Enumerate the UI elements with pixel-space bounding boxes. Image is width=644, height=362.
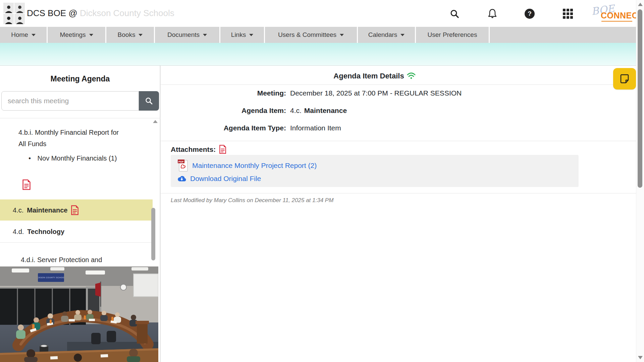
divider — [161, 193, 636, 193]
agenda-item-field-prefix: 4.c. — [290, 107, 302, 114]
agenda-subitem-nov-financials[interactable]: • Nov Monthly Financials (1) — [29, 153, 143, 164]
agenda-item-title: Maintenance — [27, 204, 67, 216]
room-banner-text: DICKSON COUNTY SCHOOLS — [38, 273, 64, 282]
wifi-status-icon — [407, 72, 416, 79]
chevron-down-icon — [139, 34, 143, 36]
attachments-section-label: Attachments: — [171, 145, 226, 154]
download-original-link[interactable]: Download Original File — [190, 175, 261, 183]
notes-button[interactable] — [613, 68, 636, 89]
meeting-toolbar: Next Following Tools — [0, 43, 644, 66]
logo-person-icon — [14, 3, 25, 13]
page-scrollbar[interactable] — [636, 0, 644, 362]
attachment-link[interactable]: Maintenance Monthly Project Report (2) — [192, 162, 317, 170]
page-scrollbar-thumb[interactable] — [638, 9, 642, 188]
nav-item-books[interactable]: Books — [106, 27, 155, 43]
agenda-item-type-label: Agenda Item Type: — [171, 124, 286, 132]
svg-text:PDF: PDF — [178, 160, 184, 163]
top-header: DCS BOE @ Dickson County Schools ? BOE C… — [0, 0, 644, 27]
agenda-item-4c-maintenance-selected[interactable]: 4.c. Maintenance — [0, 199, 153, 221]
chevron-down-icon — [203, 34, 207, 36]
divider — [0, 118, 160, 118]
help-icon[interactable]: ? — [524, 8, 535, 19]
agenda-panel-title: Meeting Agenda — [0, 74, 160, 83]
attachments-panel: PDF Maintenance Monthly Project Report (… — [171, 155, 579, 187]
agenda-item-text: 4.b.i. Monthly Financial Report for All … — [18, 129, 119, 147]
magnifier-icon — [145, 97, 153, 105]
scroll-up-arrow[interactable] — [638, 3, 643, 6]
help-glyph: ? — [528, 10, 532, 17]
agenda-item-4bi[interactable]: 4.b.i. Monthly Financial Report for All … — [18, 127, 122, 149]
nav-item-home[interactable]: Home — [0, 27, 48, 43]
nav-label: Documents — [167, 31, 200, 39]
apps-grid-icon[interactable] — [562, 8, 574, 19]
brand-tagline-bar — [601, 21, 632, 22]
agenda-search — [1, 91, 159, 111]
divider — [161, 84, 636, 85]
nav-label: User Preferences — [428, 31, 477, 39]
nav-label: Calendars — [368, 31, 397, 39]
meeting-field-value: December 18, 2025 at 7:00 PM - REGULAR S… — [290, 89, 462, 97]
chevron-down-icon — [89, 34, 93, 36]
agenda-item-type-field: Agenda Item Type:Information Item — [171, 124, 341, 132]
boe-connect-logo[interactable]: BOE CONNECT — [591, 3, 635, 23]
nav-label: Users & Committees — [278, 31, 336, 39]
search-icon[interactable] — [449, 8, 460, 19]
nav-item-documents[interactable]: Documents — [155, 27, 220, 43]
app-title-text: DCS BOE @ — [27, 8, 77, 18]
attachment-doc-icon[interactable] — [22, 179, 31, 191]
divider — [161, 141, 636, 141]
chevron-down-icon — [400, 34, 405, 36]
meeting-room-illustration — [0, 266, 158, 362]
sidebar-scroll-up-arrow[interactable] — [153, 120, 158, 123]
org-title-text: Dickson County Schools — [80, 8, 174, 18]
meeting-video-thumbnail[interactable]: DICKSON COUNTY SCHOOLS — [0, 266, 158, 362]
download-row: Download Original File — [177, 175, 572, 183]
logo-person-icon — [3, 14, 14, 24]
main-nav-bar: Home Meetings Books Documents Links User… — [0, 27, 644, 43]
nav-label: Meetings — [60, 31, 86, 39]
meeting-field-label: Meeting: — [171, 89, 286, 97]
agenda-item-number: 4.c. — [13, 204, 23, 216]
agenda-item-field: Agenda Item:4.c.Maintenance — [171, 107, 347, 115]
logo-person-icon — [3, 3, 14, 13]
attachments-label-text: Attachments: — [171, 145, 216, 154]
nav-label: Home — [11, 31, 28, 39]
doc-icon — [219, 145, 226, 154]
nav-item-links[interactable]: Links — [220, 27, 265, 43]
cloud-download-icon — [177, 175, 186, 182]
nav-item-user-preferences[interactable]: User Preferences — [416, 27, 490, 43]
meeting-field: Meeting:December 18, 2025 at 7:00 PM - R… — [171, 89, 462, 97]
agenda-item-text: Nov Monthly Financials (1) — [38, 155, 117, 162]
heading-text: Agenda Item Details — [333, 72, 404, 80]
sidebar-scrollbar-thumb[interactable] — [151, 208, 155, 260]
logo-person-icon — [14, 14, 25, 24]
search-submit-button[interactable] — [139, 91, 159, 111]
last-modified-text: Last Modified by Mary Collins on Decembe… — [171, 197, 333, 204]
nav-item-calendars[interactable]: Calendars — [358, 27, 416, 43]
agenda-item-title: Technology — [27, 226, 64, 237]
nav-label: Links — [231, 31, 246, 39]
nav-item-users-committees[interactable]: Users & Committees — [265, 27, 358, 43]
agenda-item-number: 4.d. — [13, 226, 24, 237]
nav-label: Books — [118, 31, 136, 39]
agenda-item-4di-server-protection[interactable]: 4.d.i. Server Protection and — [21, 254, 135, 265]
attachment-row: PDF Maintenance Monthly Project Report (… — [177, 159, 572, 172]
bullet-glyph: • — [29, 155, 31, 162]
agenda-item-field-label: Agenda Item: — [171, 107, 286, 115]
pdf-file-icon: PDF — [177, 159, 188, 172]
chevron-down-icon — [32, 34, 36, 36]
chevron-down-icon — [340, 34, 344, 36]
sticky-note-icon — [619, 73, 630, 84]
agenda-item-4d-technology[interactable]: 4.d. Technology — [0, 221, 153, 243]
page-title: DCS BOE @ Dickson County Schools — [27, 8, 174, 18]
notifications-bell-icon[interactable] — [487, 8, 498, 19]
agenda-item-details-heading: Agenda Item Details — [171, 72, 578, 80]
search-input[interactable] — [1, 91, 139, 111]
agenda-item-field-value: Maintenance — [304, 107, 347, 114]
agenda-item-text: 4.d.i. Server Protection and — [21, 256, 102, 263]
scroll-down-arrow[interactable] — [638, 356, 643, 359]
app-window: DCS BOE @ Dickson County Schools ? BOE C… — [0, 0, 644, 362]
doc-icon — [71, 205, 79, 215]
district-logo[interactable] — [3, 3, 25, 24]
nav-item-meetings[interactable]: Meetings — [48, 27, 106, 43]
